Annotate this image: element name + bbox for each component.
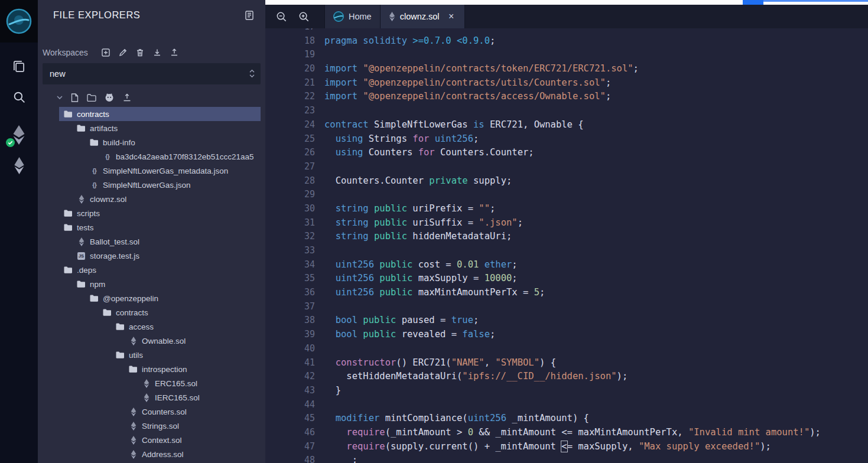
folder-icon (103, 309, 112, 316)
code-line-44[interactable]: 44 (265, 398, 868, 412)
tree-item-utils[interactable]: utils (38, 348, 265, 362)
upload-file-icon[interactable] (122, 93, 132, 102)
chevron-down-icon[interactable] (57, 96, 63, 100)
tree-item-build-info[interactable]: build-info (38, 135, 265, 149)
file-name: contracts (116, 308, 148, 317)
file-name: Context.sol (142, 436, 182, 445)
workspace-select[interactable]: new (43, 63, 261, 84)
code-line-19[interactable]: 19 (265, 48, 868, 62)
tree-item-SimpleNftLowerGas_metadata.json[interactable]: {}SimpleNftLowerGas_metadata.json (38, 164, 265, 178)
tree-item-contracts[interactable]: contracts (38, 107, 265, 121)
file-explorer-icon[interactable] (0, 51, 38, 81)
code-line-30[interactable]: 30 string public uriPrefix = ""; (265, 202, 868, 216)
line-content: _; (324, 454, 357, 463)
folder-icon (64, 110, 73, 118)
code-line-37[interactable]: 37 (265, 300, 868, 314)
code-line-40[interactable]: 40 (265, 342, 868, 356)
code-line-28[interactable]: 28 Counters.Counter private supply; (265, 174, 868, 188)
rename-workspace-icon[interactable] (118, 48, 128, 57)
code-line-43[interactable]: 43 } (265, 384, 868, 398)
code-line-21[interactable]: 21import "@openzeppelin/contracts/utils/… (265, 76, 868, 90)
line-content: string public uriPrefix = ""; (324, 202, 495, 216)
code-line-20[interactable]: 20import "@openzeppelin/contracts/token/… (265, 62, 868, 76)
tree-item-IERC165.sol[interactable]: IERC165.sol (38, 390, 265, 405)
code-line-29[interactable]: 29 (265, 188, 868, 202)
tree-item-Ballot_test.sol[interactable]: Ballot_test.sol (38, 234, 265, 249)
file-name: IERC165.sol (155, 393, 200, 402)
close-tab-icon[interactable]: × (447, 12, 456, 21)
tree-item-contracts[interactable]: contracts (38, 305, 265, 319)
search-icon[interactable] (0, 81, 38, 112)
tab-home[interactable]: Home (324, 5, 381, 28)
zoom-out-icon[interactable] (270, 5, 292, 28)
remix-ide: FILE EXPLORERS Workspaces (0, 0, 868, 463)
github-icon[interactable] (105, 93, 114, 102)
code-line-33[interactable]: 33 (265, 244, 868, 258)
deploy-run-icon[interactable] (0, 150, 38, 181)
code-line-18[interactable]: 18pragma solidity >=0.7.0 <0.9.0; (265, 34, 868, 48)
new-folder-icon[interactable] (87, 94, 96, 102)
folder-icon (90, 139, 99, 146)
code-line-45[interactable]: 45 modifier mintCompliance(uint256 _mint… (265, 412, 868, 426)
line-content: uint256 public maxMintAmountPerTx = 5; (324, 286, 545, 300)
tree-item-npm[interactable]: npm (38, 277, 265, 291)
code-line-24[interactable]: 24contract SimpleNftLowerGas is ERC721, … (265, 118, 868, 132)
text-cursor: < (561, 441, 567, 452)
tree-item-SimpleNftLowerGas.json[interactable]: {}SimpleNftLowerGas.json (38, 178, 265, 192)
code-line-38[interactable]: 38 bool public paused = true; (265, 314, 868, 328)
tree-item-access[interactable]: access (38, 319, 265, 334)
delete-workspace-icon[interactable] (135, 48, 145, 57)
code-line-35[interactable]: 35 uint256 public maxSupply = 10000; (265, 272, 868, 286)
code-line-25[interactable]: 25 using Strings for uint256; (265, 132, 868, 146)
zoom-in-icon[interactable] (292, 5, 315, 28)
tree-item-@openzeppelin[interactable]: @openzeppelin (38, 291, 265, 305)
remix-logo[interactable] (0, 0, 38, 43)
line-number: 44 (265, 398, 324, 412)
tree-item-storage.test.js[interactable]: JSstorage.test.js (38, 249, 265, 263)
tree-item-Counters.sol[interactable]: Counters.sol (38, 405, 265, 419)
tree-item-Address.sol[interactable]: Address.sol (38, 447, 265, 461)
code-line-41[interactable]: 41 constructor() ERC721("NAME", "SYMBOL"… (265, 356, 868, 370)
line-content: modifier mintCompliance(uint256 _mintAmo… (324, 412, 589, 426)
code-line-22[interactable]: 22import "@openzeppelin/contracts/access… (265, 90, 868, 104)
code-line-47[interactable]: 47 require(supply.current() + _mintAmoun… (265, 440, 868, 454)
code-line-39[interactable]: 39 bool public revealed = false; (265, 328, 868, 342)
code-line-34[interactable]: 34 uint256 public cost = 0.01 ether; (265, 258, 868, 272)
download-workspace-icon[interactable] (152, 48, 162, 57)
code-line-46[interactable]: 46 require(_mintAmount > 0 && _mintAmoun… (265, 426, 868, 440)
docs-icon[interactable] (244, 10, 255, 21)
new-file-icon[interactable] (71, 93, 79, 102)
solidity-file-icon (129, 337, 138, 345)
tab-clownz-sol[interactable]: clownz.sol × (381, 5, 465, 28)
line-content: using Counters for Counters.Counter; (324, 146, 534, 160)
tree-item-ERC165.sol[interactable]: ERC165.sol (38, 376, 265, 390)
tree-item-Ownable.sol[interactable]: Ownable.sol (38, 334, 265, 348)
tree-item-artifacts[interactable]: artifacts (38, 121, 265, 135)
tree-item-tests[interactable]: tests (38, 220, 265, 234)
tree-item-clownz.sol[interactable]: clownz.sol (38, 192, 265, 206)
code-line-26[interactable]: 26 using Counters for Counters.Counter; (265, 146, 868, 160)
upload-workspace-icon[interactable] (170, 48, 179, 57)
line-content: contract SimpleNftLowerGas is ERC721, Ow… (324, 118, 584, 132)
tree-item-.deps[interactable]: .deps (38, 263, 265, 277)
tree-item-Context.sol[interactable]: Context.sol (38, 433, 265, 447)
code-line-36[interactable]: 36 uint256 public maxMintAmountPerTx = 5… (265, 286, 868, 300)
code-line-48[interactable]: 48 _; (265, 454, 868, 463)
code-line-23[interactable]: 23 (265, 104, 868, 118)
code-line-17[interactable]: 17 (265, 28, 868, 34)
tree-item-Strings.sol[interactable]: Strings.sol (38, 419, 265, 433)
code-line-32[interactable]: 32 string public hiddenMetadataUri; (265, 230, 868, 244)
line-number: 43 (265, 384, 324, 398)
solidity-compiler-icon[interactable] (0, 119, 38, 150)
code-editor[interactable]: 1718pragma solidity >=0.7.0 <0.9.0;1920i… (265, 28, 868, 463)
code-line-27[interactable]: 27 (265, 160, 868, 174)
folder-icon (116, 351, 125, 358)
tree-item-scripts[interactable]: scripts (38, 206, 265, 220)
tree-item-introspection[interactable]: introspection (38, 362, 265, 376)
tree-item-ba3dc4a2aeab170f8312eb51ccc21aa5[interactable]: {}ba3dc4a2aeab170f8312eb51ccc21aa5 (38, 149, 265, 164)
code-line-42[interactable]: 42 setHiddenMetadataUri("ipfs://__CID__/… (265, 370, 868, 384)
code-line-31[interactable]: 31 string public uriSuffix = ".json"; (265, 216, 868, 230)
line-content: require(supply.current() + _mintAmount <… (324, 440, 771, 454)
compile-success-badge (6, 138, 15, 149)
create-workspace-icon[interactable] (101, 48, 110, 57)
